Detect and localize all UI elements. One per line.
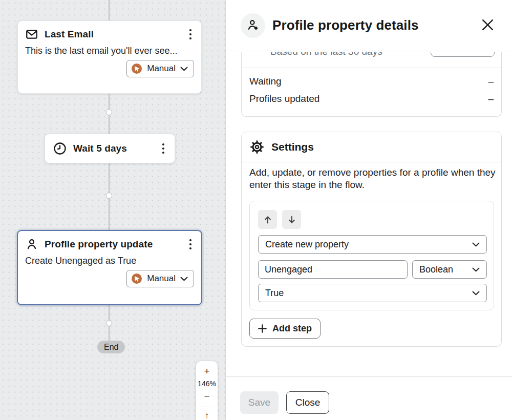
row-value: – <box>488 93 494 104</box>
node-title: Wait 5 days <box>73 143 154 154</box>
flow-end-badge: End <box>97 341 125 353</box>
plus-icon <box>258 324 267 333</box>
property-name-input[interactable] <box>258 260 408 279</box>
zoom-level: 146% <box>198 379 216 389</box>
email-icon <box>25 28 38 41</box>
arrow-up-icon[interactable] <box>258 210 277 229</box>
person-icon <box>25 238 38 251</box>
node-title: Profile property update <box>45 239 181 250</box>
manual-cursor-icon <box>131 273 142 284</box>
flow-node-profile-property-update[interactable]: Profile property update Create Unengaged… <box>17 230 202 305</box>
property-action-select[interactable]: Create new property <box>258 235 487 254</box>
node-title: Last Email <box>45 29 181 40</box>
panel-header: Profile property details <box>226 0 512 51</box>
connector-dot <box>106 193 112 199</box>
zoom-out-button[interactable]: − <box>196 389 218 404</box>
panel-title: Profile property details <box>272 17 419 33</box>
analytics-subtitle: Based on the last 30 days <box>270 52 382 57</box>
divider <box>242 68 501 68</box>
row-label: Profiles updated <box>249 93 319 104</box>
property-value-select[interactable]: True <box>258 284 487 302</box>
connector-dot <box>106 109 112 115</box>
manual-status-dropdown[interactable]: Manual <box>126 60 194 77</box>
details-panel: Profile property details Based on the la… <box>226 0 512 420</box>
manual-label: Manual <box>147 64 176 74</box>
avatar <box>241 13 265 38</box>
kebab-menu-icon[interactable] <box>160 142 167 155</box>
divider <box>200 407 214 407</box>
settings-card: Settings Add, update, or remove properti… <box>241 132 502 347</box>
selected-option: Create new property <box>265 239 349 250</box>
panel-scroll-area[interactable]: Based on the last 30 days Waiting – Prof… <box>226 52 512 376</box>
close-button[interactable]: Close <box>286 391 329 414</box>
zoom-in-button[interactable]: + <box>196 364 218 379</box>
zoom-controls: + 146% − ↑ <box>196 361 218 420</box>
analytics-row-waiting: Waiting – <box>249 74 494 89</box>
chevron-down-icon <box>180 67 188 71</box>
panel-footer: Save Close <box>226 376 512 420</box>
clock-icon <box>53 141 67 156</box>
node-body-text: Create Unengaged as True <box>25 256 194 266</box>
connector-dot <box>106 320 112 326</box>
analytics-row-profiles-updated: Profiles updated – <box>249 91 494 107</box>
save-button[interactable]: Save <box>240 391 279 414</box>
node-body-text: This is the last email you'll ever see..… <box>25 46 194 56</box>
selected-option: Boolean <box>419 264 453 275</box>
flow-node-last-email[interactable]: Last Email This is the last email you'll… <box>17 20 202 94</box>
analytics-clipped-button[interactable] <box>431 52 495 57</box>
chevron-down-icon <box>472 242 480 247</box>
chevron-down-icon <box>472 267 480 272</box>
kebab-menu-icon[interactable] <box>187 28 194 41</box>
property-type-select[interactable]: Boolean <box>412 260 487 279</box>
add-step-label: Add step <box>272 323 312 334</box>
manual-label: Manual <box>147 274 176 284</box>
selected-option: True <box>265 288 284 299</box>
chevron-down-icon <box>472 291 480 296</box>
analytics-card: Based on the last 30 days Waiting – Prof… <box>241 52 502 117</box>
kebab-menu-icon[interactable] <box>187 238 194 251</box>
divider <box>242 162 501 162</box>
manual-status-dropdown[interactable]: Manual <box>126 270 194 287</box>
settings-title: Settings <box>271 141 314 153</box>
property-step-panel: Create new property Boolean <box>249 201 494 310</box>
arrow-down-icon[interactable] <box>282 210 301 229</box>
row-value: – <box>488 76 494 87</box>
person-diamond-icon <box>246 18 260 32</box>
flow-node-wait[interactable]: Wait 5 days <box>45 134 175 163</box>
settings-description: Add, update, or remove properties for a … <box>249 166 497 191</box>
flow-canvas[interactable]: Last Email This is the last email you'll… <box>0 0 226 420</box>
chevron-down-icon <box>180 277 188 281</box>
manual-cursor-icon <box>131 63 142 74</box>
back-to-top-button[interactable]: ↑ <box>196 409 218 420</box>
row-label: Waiting <box>249 76 282 87</box>
close-icon[interactable] <box>480 17 496 33</box>
gear-icon <box>249 139 265 155</box>
add-step-button[interactable]: Add step <box>249 319 321 339</box>
